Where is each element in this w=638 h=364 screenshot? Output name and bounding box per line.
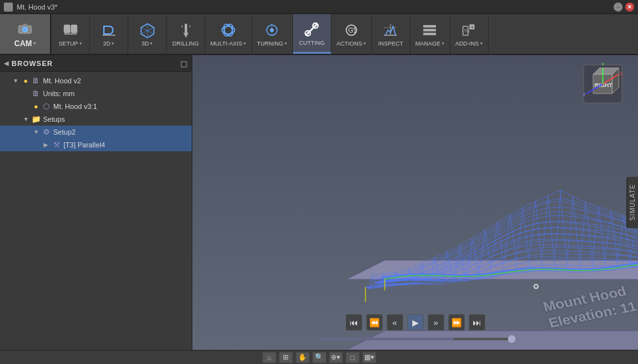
title-bar: Mt. Hood v3* – ✕	[0, 0, 638, 14]
pan-button[interactable]: ✋	[296, 352, 310, 363]
setup-button[interactable]: SETUP ▾	[51, 14, 90, 54]
play-button[interactable]: ▶	[407, 314, 424, 331]
zoom-button[interactable]: 🔍	[312, 352, 326, 363]
bottom-toolbar: ⌂ ⊞ ✋ 🔍 ⊕▾ □ ▦▾	[0, 350, 638, 364]
addins-button[interactable]: % + ADD-INS▾	[450, 14, 489, 54]
display-mode-button[interactable]: □	[346, 352, 360, 363]
seek-track[interactable]	[319, 338, 512, 340]
tree-label-hood3: Mt. Hood v3:1	[51, 103, 97, 110]
gear-icon-setup2: ⚙	[41, 127, 51, 137]
cube-icon-hood3: ⬡	[41, 101, 51, 112]
main-content: ◀ BROWSER ◻ ▼ ● 🗎 Mt. Hood v2 🗎 Units: m…	[0, 55, 638, 350]
svg-rect-26	[423, 25, 436, 28]
file-tree: ▼ ● 🗎 Mt. Hood v2 🗎 Units: mm ● ⬡	[0, 72, 192, 350]
svg-point-1	[22, 27, 28, 32]
3d-button[interactable]: 3D▾	[128, 14, 167, 54]
grid-button[interactable]: ⊞	[279, 352, 293, 363]
svg-rect-7	[185, 24, 187, 33]
svg-rect-4	[71, 25, 77, 33]
svg-rect-3	[64, 25, 70, 33]
cutting-button[interactable]: CUTTING	[293, 14, 332, 54]
seek-thumb[interactable]	[508, 335, 516, 343]
toolbar: CAM ▾ SETUP ▾	[0, 14, 638, 55]
seek-bar[interactable]	[319, 338, 512, 340]
svg-point-12	[222, 22, 235, 37]
manage-label: MANAGE▾	[416, 40, 444, 47]
cam-icon	[16, 20, 34, 38]
tree-label-root: Mt. Hood v2	[41, 77, 81, 85]
step-back-button[interactable]: «	[387, 314, 403, 331]
setup-label: SETUP ▾	[58, 40, 81, 47]
3d-icon	[139, 21, 156, 39]
tree-item-units[interactable]: 🗎 Units: mm	[0, 87, 192, 100]
viewport[interactable]: RIGHT X Y Z SIMULATE ⏮ ⏪ « ▶ » ⏩ ⏭	[192, 55, 638, 350]
svg-text:Z: Z	[583, 92, 586, 97]
inspect-button[interactable]: INSPECT	[372, 14, 410, 54]
tree-label-units: Units: mm	[41, 90, 75, 97]
fwd-end-button[interactable]: ⏭	[469, 314, 485, 331]
simulate-panel-tab[interactable]: SIMULATE	[626, 177, 638, 228]
2d-icon	[100, 21, 118, 39]
doc-icon-units: 🗎	[31, 88, 41, 99]
browser-collapse-arrow[interactable]: ◀	[4, 60, 9, 67]
browser-header: ◀ BROWSER ◻	[0, 55, 192, 72]
prev-frame-button[interactable]: ⏪	[366, 314, 383, 331]
close-button[interactable]: ✕	[625, 3, 634, 12]
turning-button[interactable]: TURNING▾	[252, 14, 293, 54]
inspect-label: INSPECT	[378, 40, 403, 47]
turning-icon	[263, 21, 281, 39]
tree-item-parallel4[interactable]: ▶ ⚒ [T3] Parallel4	[0, 138, 192, 151]
cam-label: CAM ▾	[14, 39, 35, 48]
playback-controls: ⏮ ⏪ « ▶ » ⏩ ⏭	[346, 314, 485, 331]
zoom-dropdown-button[interactable]: ⊕▾	[329, 352, 343, 363]
svg-point-18	[307, 32, 309, 34]
svg-rect-27	[423, 29, 436, 31]
turning-label: TURNING▾	[257, 40, 287, 47]
home-view-button[interactable]: ⌂	[262, 352, 276, 363]
2d-button[interactable]: 2D▾	[90, 14, 128, 54]
folder-icon-setups: 📁	[31, 114, 41, 124]
tree-label-setups: Setups	[41, 115, 65, 123]
manage-button[interactable]: MANAGE▾	[410, 14, 450, 54]
view-gizmo[interactable]: RIGHT X Y Z	[580, 62, 625, 106]
tool-icon-parallel4: ⚒	[51, 140, 62, 150]
grid-display-button[interactable]: ▦▾	[362, 352, 376, 363]
multiaxis-button[interactable]: MULTI-AXIS▾	[205, 14, 252, 54]
svg-text:Y: Y	[601, 62, 605, 67]
svg-text:%: %	[464, 28, 469, 34]
actions-button[interactable]: G1 G3 ACTIONS▾	[332, 14, 372, 54]
cutting-icon	[303, 21, 321, 38]
tree-item-setups[interactable]: ▼ 📁 Setups	[0, 113, 192, 126]
setup-icon	[62, 21, 80, 39]
seek-fill	[319, 338, 454, 340]
3d-canvas[interactable]	[192, 55, 638, 350]
addins-label: ADD-INS▾	[455, 40, 483, 47]
svg-rect-28	[423, 33, 436, 35]
addins-icon: % +	[460, 21, 478, 39]
drilling-icon	[177, 21, 195, 39]
actions-icon: G1 G3	[342, 21, 360, 39]
visibility-icon-root[interactable]: ●	[21, 76, 31, 86]
fast-fwd-button[interactable]: ⏩	[448, 314, 465, 331]
tree-item-root[interactable]: ▼ ● 🗎 Mt. Hood v2	[0, 74, 192, 87]
3d-label: 3D▾	[142, 40, 153, 47]
window-title: Mt. Hood v3*	[17, 3, 610, 11]
multiaxis-label: MULTI-AXIS▾	[210, 40, 246, 47]
drilling-button[interactable]: DRILLING	[167, 14, 205, 54]
svg-text:+: +	[471, 24, 474, 30]
2d-label: 2D▾	[103, 40, 115, 47]
rewind-start-button[interactable]: ⏮	[346, 314, 362, 331]
tree-item-setup2[interactable]: ▼ ⚙ Setup2	[0, 126, 192, 138]
doc-icon-root: 🗎	[31, 76, 41, 86]
multiaxis-icon	[219, 21, 237, 39]
cam-menu-button[interactable]: CAM ▾	[0, 14, 51, 54]
step-fwd-button[interactable]: »	[428, 314, 444, 331]
inspect-icon	[382, 21, 399, 39]
window-controls: – ✕	[614, 3, 634, 12]
browser-pin-button[interactable]: ◻	[180, 58, 188, 69]
svg-text:X: X	[620, 72, 623, 76]
tree-item-hood3[interactable]: ● ⬡ Mt. Hood v3:1	[0, 100, 192, 113]
visibility-icon-hood3[interactable]: ●	[31, 101, 41, 112]
minimize-button[interactable]: –	[614, 3, 623, 12]
manage-icon	[421, 21, 439, 39]
